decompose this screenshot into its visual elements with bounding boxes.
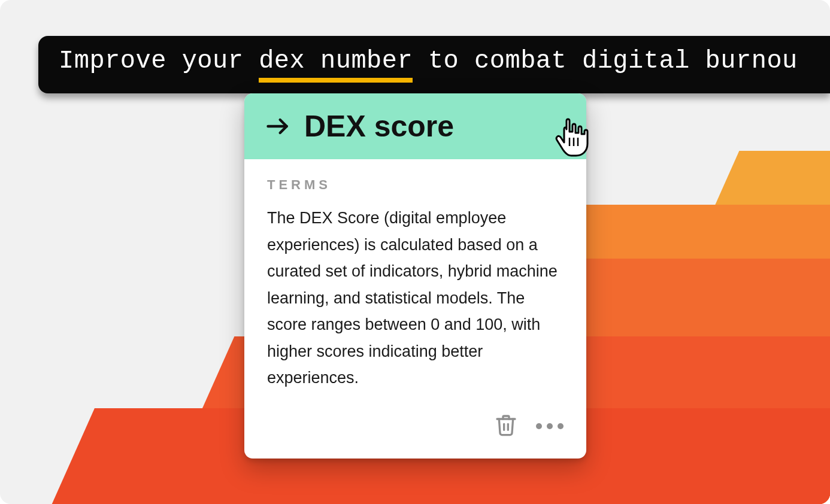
more-options-button[interactable] bbox=[536, 423, 564, 429]
delete-button[interactable] bbox=[494, 412, 518, 441]
suggestion-card-body: TERMS The DEX Score (digital employee ex… bbox=[244, 159, 586, 397]
sentence: Improve your dex number to combat digita… bbox=[59, 47, 798, 83]
ellipsis-icon bbox=[536, 423, 564, 429]
editor-text-line[interactable]: Improve your dex number to combat digita… bbox=[38, 36, 830, 93]
suggestion-card-footer bbox=[244, 397, 586, 459]
suggestion-card-header[interactable]: DEX score bbox=[244, 93, 586, 159]
arrow-right-icon bbox=[265, 113, 291, 139]
canvas: Improve your dex number to combat digita… bbox=[0, 0, 830, 504]
suggestion-title: DEX score bbox=[304, 109, 454, 144]
suggestion-description: The DEX Score (digital employee experien… bbox=[267, 205, 564, 391]
section-label-terms: TERMS bbox=[267, 177, 564, 193]
suggestion-card: DEX score TERMS The DEX Score (digital e… bbox=[244, 93, 586, 459]
highlighted-phrase[interactable]: dex number bbox=[259, 48, 413, 83]
sentence-prefix: Improve your bbox=[59, 47, 259, 75]
sentence-suffix: to combat digital burnou bbox=[413, 47, 798, 75]
trash-icon bbox=[494, 412, 518, 441]
